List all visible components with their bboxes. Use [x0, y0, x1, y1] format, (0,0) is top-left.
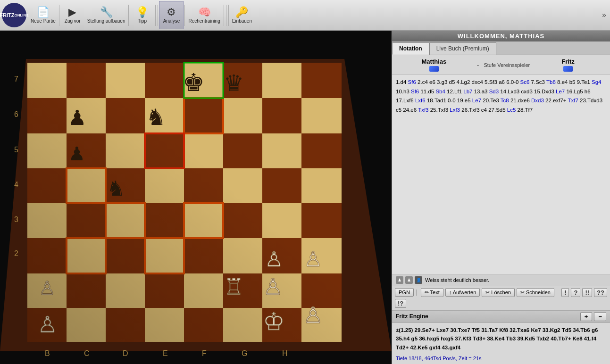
move-number: 2.c4: [418, 79, 428, 85]
svg-text:7: 7: [14, 75, 18, 83]
symbol-double-exclaim[interactable]: !!: [582, 288, 592, 297]
piece-move: Tc8: [501, 98, 509, 103]
tipp-icon: 💡: [136, 7, 149, 17]
move-number: 1.d4: [396, 79, 406, 85]
piece-move: Sf6: [411, 89, 419, 94]
move-number: 20.Te3: [483, 98, 499, 103]
notation-area[interactable]: 1.d4 Sf6 2.c4 e6 3.g3 d5 4.Lg2 dxc4 5.Sf…: [392, 75, 610, 274]
piece-move: Txf3: [418, 107, 428, 113]
svg-text:G: G: [242, 349, 247, 357]
symbol-exclaim[interactable]: !: [561, 288, 569, 297]
move-number: 27.Sd5: [488, 107, 505, 113]
pawn-move: e6: [429, 79, 435, 85]
analyse-label: Analyse: [163, 18, 180, 24]
fritz-logo[interactable]: FRITZ ONLINE: [2, 3, 26, 27]
piece-move: Lc5: [507, 107, 516, 113]
move-number: 17.Lxf6: [396, 98, 414, 103]
zug-vor-icon: ▶: [68, 7, 76, 17]
player-dash: -: [472, 61, 484, 69]
players-area: Matthias - Stufe Vereinsspieler Fritz: [392, 55, 610, 75]
move-number: 18.Tad1: [427, 98, 446, 103]
svg-text:5: 5: [14, 146, 18, 154]
symbol-exclaim-question[interactable]: !?: [395, 299, 406, 308]
toolbar-item-neue-partie[interactable]: 📄 Neue Partie: [28, 1, 58, 29]
toolbar-item-tipp[interactable]: 💡 Tipp: [130, 1, 154, 29]
welcome-text: WILLKOMMEN, MATTHIAS: [458, 33, 544, 40]
move-number: 11.d5: [420, 89, 434, 94]
engine-depth: Tiefe 18/18, 464Tsd Pos/s, Zeit = 21s: [392, 355, 610, 364]
svg-text:E: E: [163, 349, 168, 357]
toolbar-item-stellung-aufbauen[interactable]: 🔧 Stellung aufbauen: [85, 1, 128, 29]
move-number: 23.Tdxd3: [580, 98, 602, 103]
tabs-container: Notation Live Buch (Premium): [392, 41, 610, 55]
move-number: 28.Tf7: [518, 107, 533, 113]
pawn-move: h6: [585, 89, 591, 94]
move-number: 5.Sf3: [485, 79, 497, 85]
piece-move: Lxf3: [450, 107, 460, 113]
toolbar-item-zug-vor[interactable]: ▶ Zug vor: [60, 1, 85, 29]
pawn-move: a6: [499, 79, 505, 85]
piece-move: Txf7: [568, 98, 578, 103]
aufwerten-button[interactable]: ↑ Aufwerten: [445, 288, 480, 297]
svg-marker-102: [27, 63, 342, 342]
piece-move: Sg4: [592, 79, 601, 85]
status-icon-2: ♟: [405, 276, 413, 284]
status-icon-1: ♟: [396, 276, 403, 284]
symbol-question[interactable]: ?: [571, 288, 580, 297]
svg-text:2: 2: [14, 249, 18, 257]
chess-board-area[interactable]: // This approach won't work inside SVG. …: [0, 31, 392, 364]
tab-live-buch[interactable]: Live Buch (Premium): [429, 42, 496, 55]
piece-move: Sb4: [435, 89, 445, 94]
notation-moves: 1.d4 Sf6 2.c4 e6 3.g3 d5 4.Lg2 dxc4 5.Sf…: [396, 79, 602, 113]
piece-move: Sf6: [408, 79, 416, 85]
tab-notation[interactable]: Notation: [392, 42, 429, 55]
symbol-double-question[interactable]: ??: [594, 288, 607, 297]
toolbar-item-analyse[interactable]: ⚙ Analyse: [159, 1, 184, 29]
engine-minus-button[interactable]: −: [594, 312, 606, 321]
move-number: 25.Txf3: [430, 107, 448, 113]
svg-text:F: F: [202, 349, 207, 357]
tipp-label: Tipp: [138, 18, 147, 24]
toolbar-item-einbauen[interactable]: 🔑 Einbauen: [230, 1, 254, 29]
pawn-move: b5: [569, 79, 576, 85]
piece-move: Sc6: [520, 79, 530, 85]
engine-moves: ±(1.25) 29.Se7+ Lxe7 30.Txe7 Tf5 31.Ta7 …: [392, 323, 610, 355]
piece-move: Lb7: [463, 89, 472, 94]
move-number: 24.e6: [403, 107, 417, 113]
pgn-button[interactable]: PGN: [395, 288, 414, 297]
text-button[interactable]: ✏ Text: [421, 288, 443, 297]
loeschen-button[interactable]: ✂ Löschen: [482, 288, 515, 297]
neue-partie-label: Neue Partie: [31, 18, 56, 24]
schneiden-button[interactable]: ✂ Schneiden: [517, 288, 554, 297]
right-panel: WILLKOMMEN, MATTHIAS Notation Live Buch …: [392, 31, 610, 364]
engine-score: ±(1.25): [396, 327, 413, 333]
svg-text:6: 6: [14, 110, 18, 118]
svg-text:C: C: [84, 349, 90, 357]
pawn-move: 0-0: [448, 98, 456, 103]
engine-moves-text: 29.Se7+ Lxe7 30.Txe7 Tf5 31.Ta7 Kf8 32.T…: [396, 327, 598, 350]
status-bar: ♟ ♟ 👤 Weiss steht deutlich besser.: [392, 274, 610, 286]
toolbar-more[interactable]: »: [600, 11, 608, 19]
white-player: Matthias: [396, 58, 472, 72]
engine-plus-button[interactable]: +: [580, 312, 593, 321]
move-number: 15.Dxd3: [534, 89, 554, 94]
white-player-name: Matthias: [422, 58, 447, 65]
neue-partie-icon: 📄: [37, 7, 50, 17]
pawn-move: c5: [396, 107, 401, 113]
black-player: Fritz: [530, 58, 606, 72]
piece-move: Lxf6: [415, 98, 426, 103]
rechentraining-label: Rechentraining: [188, 18, 220, 24]
einbauen-icon: 🔑: [235, 7, 248, 17]
bottom-toolbar: PGN │ ✏ Text ↑ Aufwerten ✂ Löschen ✂ Sch…: [392, 286, 610, 310]
toolbar-item-rechentraining[interactable]: 🧠 Rechentraining: [186, 1, 222, 29]
svg-text:H: H: [282, 349, 288, 357]
black-player-icon: [563, 66, 573, 72]
move-number: 22.exf7+: [545, 98, 566, 103]
move-number: 12.Lf1: [447, 89, 462, 94]
analyse-icon: ⚙: [167, 7, 176, 17]
move-number: 14.Lxd3: [500, 89, 519, 94]
engine-section: Fritz Engine + − ±(1.25) 29.Se7+ Lxe7 30…: [392, 310, 610, 364]
piece-move: Sd3: [489, 89, 499, 94]
piece-move: Tb8: [546, 79, 556, 85]
piece-move: Le7: [556, 89, 565, 94]
